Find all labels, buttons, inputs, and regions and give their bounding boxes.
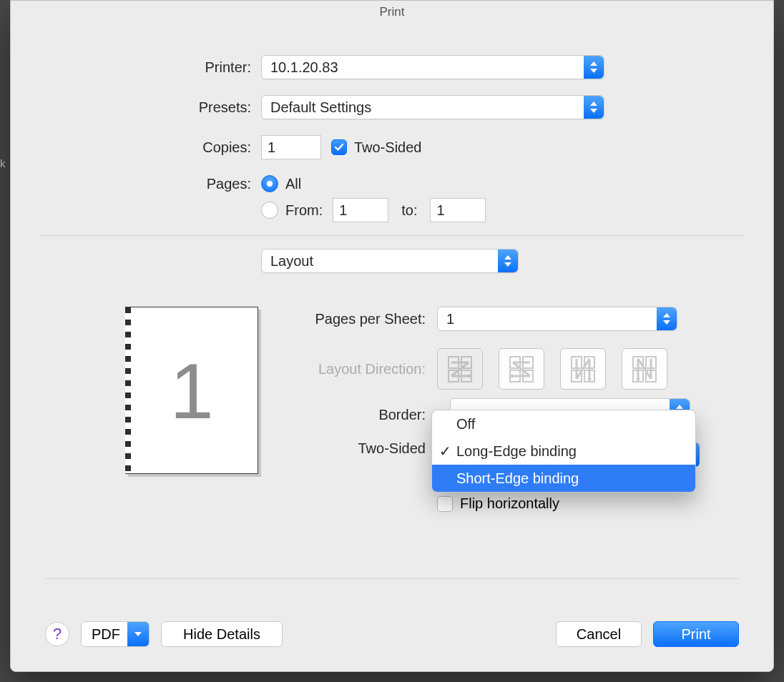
divider	[39, 235, 745, 236]
layout-direction-buttons	[437, 348, 667, 390]
label-pages: Pages:	[39, 176, 261, 192]
row-pages-range: From: 1 to: 1	[39, 198, 745, 222]
row-copies: Copies: 1 Two-Sided	[39, 135, 745, 159]
row-printer: Printer: 10.1.20.83	[39, 55, 745, 79]
radio-circle-icon	[261, 202, 278, 219]
label-layout-direction: Layout Direction:	[283, 361, 437, 377]
menu-item-label: Off	[456, 416, 475, 433]
checkbox-box-icon	[437, 496, 453, 512]
pages-from-value: 1	[339, 202, 347, 219]
chevrons-icon	[584, 96, 604, 119]
menu-item-off[interactable]: Off	[432, 410, 695, 438]
menu-item-long-edge[interactable]: Long-Edge binding	[432, 438, 695, 465]
print-dialog-sheet: Print Printer: 10.1.20.83 Presets: Defau…	[10, 0, 774, 672]
menu-item-label: Long-Edge binding	[456, 443, 577, 460]
label-border: Border:	[283, 407, 437, 423]
presets-popup-value: Default Settings	[270, 99, 371, 116]
background-fragment: k	[0, 157, 10, 169]
dialog-footer: ? PDF Hide Details Cancel Print	[45, 621, 739, 647]
chevrons-icon	[498, 249, 518, 272]
help-icon: ?	[53, 625, 62, 643]
presets-popup[interactable]: Default Settings	[261, 95, 604, 119]
menu-item-label: Short-Edge binding	[456, 470, 579, 487]
pages-all-radio[interactable]: All	[261, 175, 301, 192]
footer-divider	[45, 578, 739, 579]
chevrons-icon	[584, 56, 604, 79]
dialog-title: Print	[11, 1, 773, 19]
layout-n-icon	[569, 355, 597, 383]
row-presets: Presets: Default Settings	[39, 95, 745, 119]
radio-circle-icon	[261, 175, 278, 192]
row-pages-per-sheet: Pages per Sheet: 1	[283, 307, 680, 331]
pages-to-field[interactable]: 1	[430, 198, 486, 222]
checkbox-box-icon	[331, 139, 347, 155]
two-sided-menu: Off Long-Edge binding Short-Edge binding	[431, 410, 696, 493]
menu-item-short-edge[interactable]: Short-Edge binding	[432, 465, 695, 492]
row-layout-direction: Layout Direction:	[283, 348, 680, 390]
pages-to-value: 1	[436, 202, 444, 219]
flip-horizontally-checkbox[interactable]: Flip horizontally	[437, 495, 559, 512]
page-preview: 1	[125, 307, 258, 474]
chevron-down-icon	[127, 622, 149, 646]
page-preview-number: 1	[126, 307, 258, 473]
two-sided-checkbox[interactable]: Two-Sided	[331, 139, 422, 156]
label-pages-per-sheet: Pages per Sheet:	[283, 311, 437, 327]
layout-s-icon	[508, 355, 535, 383]
hide-details-label: Hide Details	[183, 626, 260, 643]
dialog-content: Printer: 10.1.20.83 Presets: Default Set…	[11, 19, 773, 273]
flip-label: Flip horizontally	[460, 495, 559, 512]
row-flip: Flip horizontally	[283, 495, 680, 512]
label-two-sided: Two-Sided	[283, 440, 437, 457]
label-printer: Printer:	[39, 59, 261, 76]
cancel-button[interactable]: Cancel	[556, 621, 642, 647]
layout-n2-icon	[631, 355, 658, 383]
pdf-menu-button[interactable]: PDF	[81, 621, 150, 647]
layout-dir-4[interactable]	[622, 348, 667, 390]
layout-dir-2[interactable]	[499, 348, 544, 390]
pages-all-label: All	[285, 176, 301, 192]
copies-value: 1	[268, 139, 275, 156]
print-button[interactable]: Print	[653, 621, 739, 647]
pdf-label: PDF	[92, 626, 120, 643]
print-label: Print	[681, 626, 710, 643]
pages-from-field[interactable]: 1	[333, 198, 388, 222]
chevrons-icon	[657, 307, 677, 330]
pages-per-sheet-value: 1	[446, 311, 454, 327]
cancel-label: Cancel	[577, 626, 621, 643]
printer-popup[interactable]: 10.1.20.83	[261, 55, 604, 79]
help-button[interactable]: ?	[45, 622, 69, 646]
pages-from-label: From:	[285, 202, 323, 219]
pages-to-label: to:	[398, 202, 420, 219]
label-presets: Presets:	[39, 99, 261, 116]
pages-range-radio[interactable]: From:	[261, 202, 323, 219]
two-sided-label: Two-Sided	[354, 139, 422, 156]
pages-per-sheet-popup[interactable]: 1	[437, 307, 677, 331]
printer-popup-value: 10.1.20.83	[270, 59, 338, 76]
pane-value: Layout	[270, 253, 313, 270]
layout-dir-1[interactable]	[437, 348, 483, 390]
layout-z-icon	[446, 355, 474, 383]
label-copies: Copies:	[39, 139, 261, 156]
row-pages-all: Pages: All	[39, 175, 745, 192]
pane-popup[interactable]: Layout	[261, 249, 519, 273]
hide-details-button[interactable]: Hide Details	[161, 621, 283, 647]
copies-field[interactable]: 1	[261, 135, 321, 159]
row-pane: Layout	[39, 249, 745, 273]
layout-dir-3[interactable]	[560, 348, 606, 390]
